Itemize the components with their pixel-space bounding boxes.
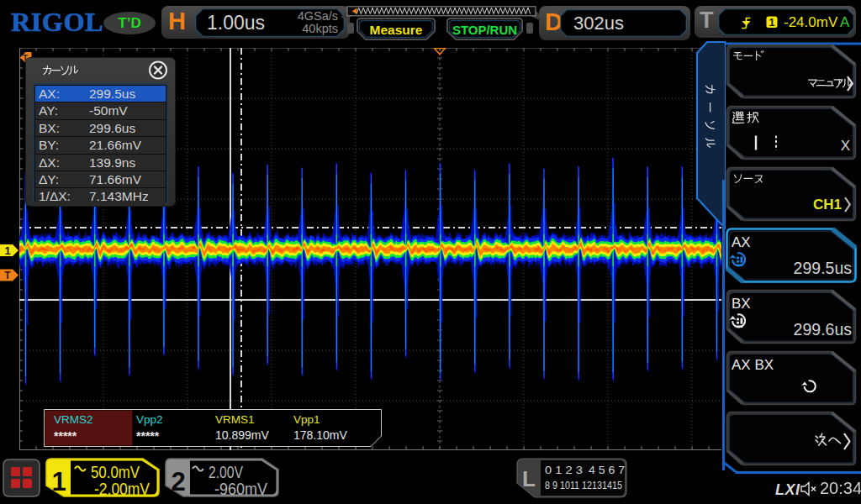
svg-text:1: 1 — [51, 467, 66, 496]
svg-text:-960mV: -960mV — [214, 480, 268, 497]
svg-text:302us: 302us — [573, 13, 624, 34]
svg-text:AX BX: AX BX — [732, 357, 774, 373]
svg-text:*****: ***** — [54, 429, 77, 443]
svg-text:1: 1 — [4, 244, 10, 257]
svg-text:VRMS1: VRMS1 — [215, 413, 255, 426]
svg-text:178.10mV: 178.10mV — [293, 428, 347, 442]
svg-text:4GSa/s: 4GSa/s — [298, 9, 338, 23]
svg-text:Measure: Measure — [370, 23, 423, 37]
svg-text:T: T — [4, 270, 11, 281]
svg-text:-2.00mV: -2.00mV — [94, 480, 151, 497]
svg-text:299.6us: 299.6us — [794, 320, 853, 339]
svg-text:10.899mV: 10.899mV — [215, 428, 269, 442]
svg-text:8 9 1011 12131415: 8 9 1011 12131415 — [545, 479, 622, 491]
svg-text:BX: BX — [732, 296, 751, 312]
svg-text:2: 2 — [171, 467, 185, 496]
svg-text:L: L — [522, 466, 536, 491]
svg-text:AX: AX — [732, 234, 751, 250]
svg-text:1: 1 — [769, 17, 775, 29]
svg-text:40kpts: 40kpts — [302, 22, 338, 35]
svg-text:STOP/RUN: STOP/RUN — [452, 23, 517, 37]
svg-text:50.0mV: 50.0mV — [91, 463, 140, 481]
svg-text:Vpp1: Vpp1 — [293, 413, 320, 426]
svg-text:1.00us: 1.00us — [207, 12, 265, 34]
svg-text:Vpp2: Vpp2 — [136, 413, 163, 426]
svg-text:-24.0mV: -24.0mV — [784, 14, 838, 30]
svg-text:X: X — [841, 138, 850, 154]
svg-text:CH1: CH1 — [813, 197, 842, 213]
svg-text:VRMS2: VRMS2 — [54, 413, 93, 426]
svg-text:299.5us: 299.5us — [794, 259, 853, 277]
svg-text:4 5 6 7: 4 5 6 7 — [589, 464, 625, 476]
svg-text:A: A — [840, 14, 850, 30]
svg-text:0 1 2 3: 0 1 2 3 — [545, 464, 583, 476]
svg-text:2.00V: 2.00V — [209, 463, 244, 481]
svg-text:*****: ***** — [136, 429, 160, 443]
